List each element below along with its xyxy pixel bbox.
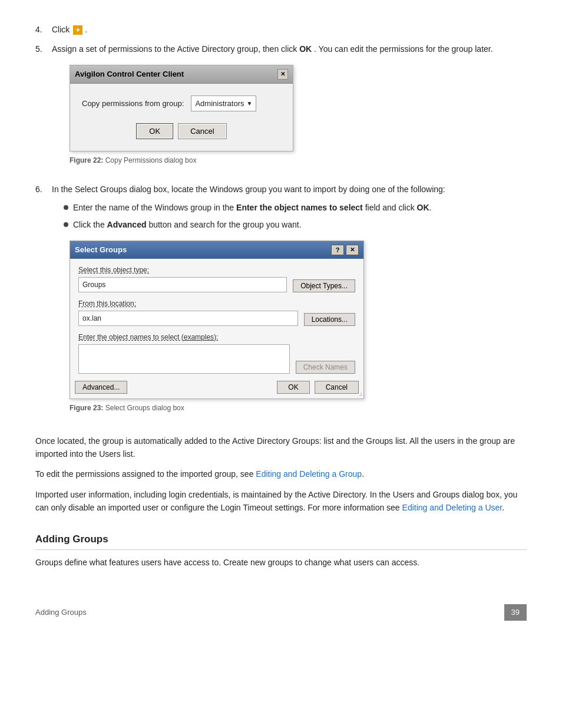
sg-cancel-button[interactable]: Cancel	[315, 381, 359, 394]
resize-grip: ⟂	[359, 389, 363, 398]
copy-perm-row: Copy permissions from group: Administrat…	[82, 95, 281, 112]
step-4-text: Click	[52, 25, 72, 34]
bullet-1: Enter the name of the Windows group in t…	[64, 202, 527, 214]
copy-perm-titlebar: Avigilon Control Center Client ✕	[70, 65, 293, 84]
bullet-2: Click the Advanced button and search for…	[64, 219, 527, 231]
group-dropdown[interactable]: Administrators ▼	[191, 95, 256, 112]
step-5-text-after: . You can edit the permissions for the g…	[314, 44, 493, 54]
figure-23-caption: Figure 23: Select Groups dialog box	[70, 403, 184, 413]
help-button[interactable]: ?	[331, 245, 344, 255]
bullet-2-text: Click the Advanced button and search for…	[73, 219, 302, 231]
page-footer: Adding Groups 39	[35, 604, 527, 621]
advanced-button[interactable]: Advanced...	[75, 381, 127, 394]
titlebar-buttons: ✕	[277, 69, 288, 80]
step-6-content: In the Select Groups dialog box, locate …	[52, 183, 527, 423]
imported-info-paragraph: Imported user information, including log…	[35, 488, 527, 515]
names-input[interactable]	[78, 344, 290, 374]
step-5-content: Assign a set of permissions to the Activ…	[52, 43, 527, 175]
locations-button[interactable]: Locations...	[304, 313, 355, 326]
object-type-col: Select this object type: Groups	[78, 265, 287, 292]
edit-perm-paragraph: To edit the permissions assigned to the …	[35, 467, 527, 480]
bullet-dot-1	[64, 205, 68, 210]
check-names-button[interactable]: Check Names	[296, 361, 355, 374]
copy-perm-title: Avigilon Control Center Client	[75, 68, 184, 80]
bullet-1-text: Enter the name of the Windows group in t…	[73, 202, 432, 214]
step-6-text: In the Select Groups dialog box, locate …	[52, 185, 445, 194]
object-type-value: Groups	[78, 277, 287, 292]
object-type-row: Select this object type: Groups Object T…	[78, 265, 355, 292]
copy-perm-figure: Avigilon Control Center Client ✕ Copy pe…	[70, 65, 527, 166]
location-row: From this location: ox.lan Locations...	[78, 298, 355, 326]
footer-left-text: Adding Groups	[35, 607, 87, 618]
sg-body: Select this object type: Groups Object T…	[70, 259, 363, 374]
location-col: From this location: ox.lan	[78, 298, 298, 326]
adding-groups-description: Groups define what features users have a…	[35, 556, 527, 569]
close-btn[interactable]: ✕	[277, 69, 288, 80]
names-row: Enter the object names to select (exampl…	[78, 332, 355, 374]
adding-groups-heading: Adding Groups	[35, 532, 527, 550]
step-5: 5. Assign a set of permissions to the Ac…	[35, 43, 527, 175]
add-icon: +	[73, 25, 82, 35]
sg-ok-cancel: OK Cancel	[277, 381, 359, 394]
object-types-button[interactable]: Object Types...	[293, 279, 355, 292]
location-value: ox.lan	[78, 311, 298, 326]
dropdown-arrow: ▼	[246, 99, 252, 108]
step-number-5: 5.	[35, 43, 47, 175]
sg-dialog-wrapper: Select Groups ? ✕ Select this object typ…	[70, 241, 364, 399]
copy-perm-body: Copy permissions from group: Administrat…	[70, 84, 293, 151]
editing-deleting-user-link[interactable]: Editing and Deleting a User	[402, 503, 503, 512]
sg-ok-button[interactable]: OK	[277, 381, 309, 394]
sg-bottom-row: Advanced... OK Cancel	[70, 381, 363, 398]
step-number-6: 6.	[35, 183, 47, 423]
examples-link[interactable]: examples	[184, 333, 214, 341]
ok-button[interactable]: OK	[136, 123, 173, 139]
auto-add-paragraph: Once located, the group is automatically…	[35, 434, 527, 461]
sg-title: Select Groups	[75, 244, 127, 256]
editing-deleting-group-link[interactable]: Editing and Deleting a Group	[256, 469, 362, 479]
cancel-button[interactable]: Cancel	[178, 123, 226, 139]
bullet-list: Enter the name of the Windows group in t…	[64, 202, 527, 231]
step-5-text-before: Assign a set of permissions to the Activ…	[52, 44, 299, 54]
sg-titlebar: Select Groups ? ✕	[70, 241, 363, 259]
names-label: Enter the object names to select (exampl…	[78, 332, 290, 342]
step-4: 4. Click + .	[35, 24, 527, 36]
object-type-label: Select this object type:	[78, 265, 287, 275]
copy-perm-buttons: OK Cancel	[82, 123, 281, 139]
copy-perm-label: Copy permissions from group:	[82, 98, 184, 110]
sg-close-button[interactable]: ✕	[346, 245, 359, 255]
copy-perm-dialog: Avigilon Control Center Client ✕ Copy pe…	[70, 65, 293, 151]
step-4-content: Click + .	[52, 24, 527, 36]
bullet-dot-2	[64, 222, 68, 227]
step-4-period: .	[85, 25, 87, 34]
sg-titlebar-btns: ? ✕	[331, 245, 359, 255]
step-number-4: 4.	[35, 24, 47, 36]
step-6: 6. In the Select Groups dialog box, loca…	[35, 183, 527, 423]
names-col: Enter the object names to select (exampl…	[78, 332, 290, 374]
step-5-ok-bold: OK	[299, 44, 312, 54]
location-label: From this location:	[78, 298, 298, 309]
select-groups-figure: Select Groups ? ✕ Select this object typ…	[70, 241, 527, 413]
dropdown-value: Administrators	[195, 98, 244, 110]
paragraphs-section: Once located, the group is automatically…	[35, 434, 527, 515]
page-number: 39	[504, 604, 527, 621]
select-groups-dialog: Select Groups ? ✕ Select this object typ…	[70, 241, 364, 399]
figure-22-caption: Figure 22: Copy Permissions dialog box	[70, 155, 196, 166]
